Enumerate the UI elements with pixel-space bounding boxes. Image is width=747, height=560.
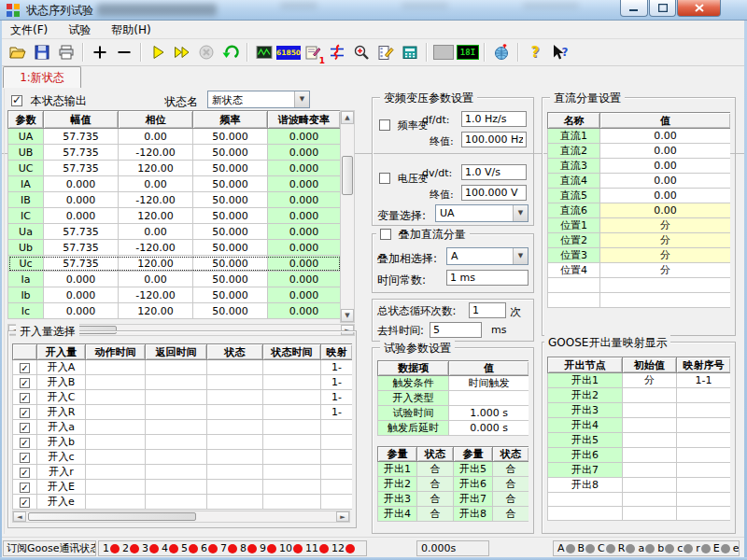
amplitude-cell[interactable]: 57.735 — [44, 161, 119, 176]
goose-mapping-cell[interactable] — [677, 463, 731, 478]
harmonic-cell[interactable]: 0.000 — [268, 224, 341, 240]
state-time-cell[interactable] — [263, 435, 321, 450]
state-time-cell[interactable] — [263, 375, 321, 390]
frequency-cell[interactable]: 50.000 — [193, 240, 268, 256]
test-data-row[interactable]: 试验时间 1.000 s — [378, 406, 529, 421]
param-cell[interactable]: Ua — [8, 224, 44, 240]
harmonic-cell[interactable]: 0.000 — [268, 303, 341, 319]
action-time-cell[interactable] — [86, 435, 146, 450]
test-data-row[interactable]: 触发后延时 0.000 s — [378, 421, 529, 436]
frequency-cell[interactable]: 50.000 — [193, 224, 268, 240]
param-cell[interactable]: UB — [8, 145, 44, 161]
output-name-cell[interactable]: 开出4 — [378, 507, 417, 522]
test-data-row[interactable]: 触发条件 时间触发 — [378, 376, 529, 391]
scroll-thumb[interactable] — [28, 512, 196, 521]
state-table-row[interactable]: UB 57.735 -120.00 50.000 0.000 — [8, 145, 341, 161]
mapping-cell[interactable]: 1- — [321, 390, 353, 405]
state-table-row[interactable]: Ia 0.000 0.00 50.000 0.000 — [8, 272, 341, 287]
input-name-cell[interactable]: 开入B — [37, 375, 86, 390]
goose-table-row[interactable]: 开出8 — [548, 478, 731, 493]
volt-change-checkbox[interactable] — [379, 173, 390, 184]
mapping-cell[interactable]: 1- — [321, 375, 353, 390]
digital-display-button[interactable]: 18I — [457, 41, 479, 63]
phase-cell[interactable]: 0.00 — [119, 129, 193, 145]
goose-mapping-cell[interactable] — [677, 433, 731, 448]
zoom-button[interactable] — [350, 41, 373, 63]
run-button[interactable] — [147, 41, 169, 63]
goose-mapping-cell[interactable] — [677, 478, 731, 493]
harmonic-cell[interactable]: 0.000 — [268, 240, 341, 256]
phase-cell[interactable]: 120.00 — [119, 256, 193, 272]
context-help-button[interactable]: ? — [548, 41, 571, 63]
goose-node-cell[interactable] — [548, 493, 623, 507]
df-dt-input[interactable] — [461, 111, 527, 127]
scroll-thumb[interactable] — [342, 156, 353, 195]
return-time-cell[interactable] — [146, 465, 207, 480]
state-cell[interactable] — [207, 375, 263, 390]
amplitude-cell[interactable]: 0.000 — [44, 192, 119, 208]
phase-cell[interactable]: -120.00 — [119, 287, 193, 303]
state-time-cell[interactable] — [263, 495, 321, 510]
input-name-cell[interactable]: 开入A — [37, 360, 86, 375]
phase-cell[interactable]: 0.00 — [119, 224, 193, 240]
data-item-cell[interactable]: 触发后延时 — [378, 421, 449, 436]
state-table-row[interactable]: Ub 57.735 -120.00 50.000 0.000 — [8, 240, 341, 256]
output-state-row[interactable]: 开出1 合 开出5 合 — [378, 462, 529, 477]
data-item-cell[interactable]: 试验时间 — [378, 406, 449, 421]
dc-name-cell[interactable]: 位置4 — [548, 263, 600, 278]
param-cell[interactable]: Ia — [8, 272, 44, 287]
goose-table-row[interactable]: 开出7 — [548, 463, 731, 478]
dc-table-row[interactable]: 位置3 分 — [548, 248, 731, 263]
harmonic-cell[interactable]: 0.000 — [268, 287, 341, 303]
state-cell[interactable] — [207, 465, 263, 480]
phase-cell[interactable]: -120.00 — [119, 240, 193, 256]
input-table-row[interactable]: ✓ 开入B 1- — [13, 375, 353, 390]
output-state-cell[interactable]: 合 — [417, 462, 454, 477]
action-time-cell[interactable] — [86, 450, 146, 465]
output-name-cell[interactable]: 开出6 — [454, 477, 493, 492]
state-time-cell[interactable] — [263, 480, 321, 495]
maximize-button[interactable] — [649, 0, 676, 17]
state-table-row[interactable]: Ic 0.000 120.00 50.000 0.000 — [8, 303, 341, 319]
state-table-row[interactable]: Ib 0.000 -120.00 50.000 0.000 — [8, 287, 341, 303]
calculator-button[interactable] — [399, 41, 421, 63]
dc-value-cell[interactable]: 分 — [600, 233, 731, 248]
amplitude-cell[interactable]: 57.735 — [44, 145, 119, 161]
goose-initial-cell[interactable] — [623, 493, 677, 507]
state-time-cell[interactable] — [263, 465, 321, 480]
tab-state-1[interactable]: 1:新状态 — [3, 66, 81, 88]
state-cell[interactable] — [207, 390, 263, 405]
goose-table-row[interactable]: 开出5 — [548, 433, 731, 448]
return-time-cell[interactable] — [146, 495, 207, 510]
goose-mapping-cell[interactable] — [677, 507, 731, 521]
dc-table-row[interactable]: 直流1 0.00 — [548, 129, 731, 144]
return-time-cell[interactable] — [146, 420, 207, 435]
amplitude-cell[interactable]: 57.735 — [44, 224, 119, 240]
state-name-combo[interactable]: 新状态 ▼ — [207, 91, 310, 108]
goose-node-cell[interactable]: 开出2 — [548, 388, 623, 403]
loop-count-input[interactable] — [469, 302, 506, 318]
dc-superpose-checkbox[interactable] — [380, 229, 391, 240]
time-constant-input[interactable] — [446, 270, 529, 286]
mapping-cell[interactable]: 1- — [321, 360, 353, 375]
row-select-checkbox[interactable]: ✓ — [20, 363, 30, 373]
dc-table-row[interactable]: 直流4 0.00 — [548, 174, 731, 189]
help-button[interactable]: ? — [524, 41, 546, 63]
dc-table-row[interactable]: 位置1 分 — [548, 218, 731, 233]
dc-name-cell[interactable]: 位置3 — [548, 248, 600, 263]
phase-cell[interactable]: 0.00 — [119, 272, 193, 287]
print-button[interactable] — [55, 41, 78, 63]
param-cell[interactable]: IA — [8, 176, 44, 192]
state-table-row[interactable]: IA 0.000 0.00 50.000 0.000 — [8, 176, 341, 192]
scroll-right-button[interactable]: ► — [336, 511, 349, 522]
row-select-checkbox[interactable]: ✓ — [20, 468, 30, 478]
goose-initial-cell[interactable] — [623, 463, 677, 478]
action-time-cell[interactable] — [86, 420, 146, 435]
goose-table-row[interactable]: 开出4 — [548, 418, 731, 433]
action-time-cell[interactable] — [86, 495, 146, 510]
param-cell[interactable]: Ib — [8, 287, 44, 303]
state-cell[interactable] — [207, 435, 263, 450]
input-table-row[interactable]: ✓ 开入b — [13, 435, 353, 450]
input-table-row[interactable]: ✓ 开入a — [13, 420, 353, 435]
row-select-checkbox[interactable]: ✓ — [20, 378, 30, 388]
